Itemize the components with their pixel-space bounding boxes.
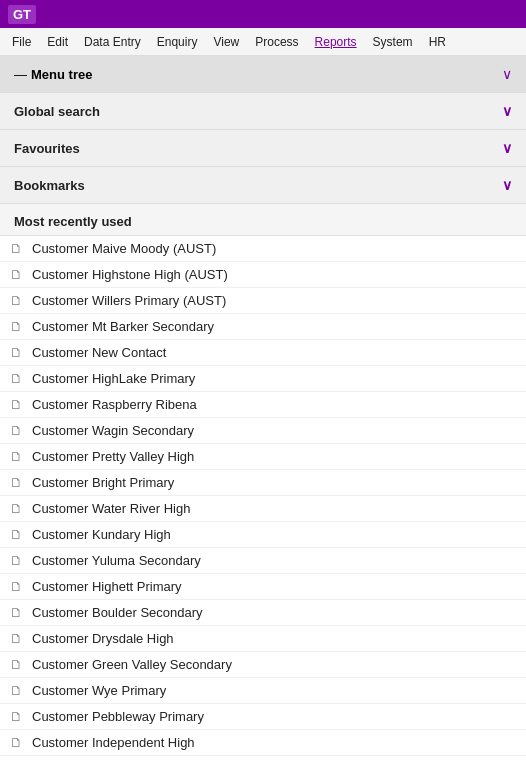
list-item-label: Customer Wye Primary	[32, 683, 166, 698]
most-recently-used-label: Most recently used	[14, 214, 132, 229]
menu-item-enquiry[interactable]: Enquiry	[151, 32, 204, 52]
document-icon: 🗋	[10, 345, 24, 360]
list-item-label: Customer New Contact	[32, 345, 166, 360]
menu-item-process[interactable]: Process	[249, 32, 304, 52]
list-item-label: Customer Pebbleway Primary	[32, 709, 204, 724]
list-item[interactable]: 🗋Customer Pebbleway Primary	[0, 704, 526, 730]
list-item[interactable]: 🗋Customer Maive Moody (AUST)	[0, 236, 526, 262]
document-icon: 🗋	[10, 423, 24, 438]
list-item[interactable]: 🗋Customer Pretty Valley High	[0, 444, 526, 470]
list-item-label: Customer Willers Primary (AUST)	[32, 293, 226, 308]
list-item-label: Customer Highett Primary	[32, 579, 182, 594]
menu-tree-chevron: ∨	[502, 66, 512, 82]
bookmarks-chevron: ∨	[502, 177, 512, 193]
menu-item-hr[interactable]: HR	[423, 32, 452, 52]
document-icon: 🗋	[10, 319, 24, 334]
collapse-icon: —	[14, 67, 27, 82]
list-item-label: Customer HighLake Primary	[32, 371, 195, 386]
list-item-label: Customer Mt Barker Secondary	[32, 319, 214, 334]
favourites-chevron: ∨	[502, 140, 512, 156]
document-icon: 🗋	[10, 449, 24, 464]
list-item[interactable]: 🗋Customer Drysdale High	[0, 626, 526, 652]
list-item-label: Customer Boulder Secondary	[32, 605, 203, 620]
document-icon: 🗋	[10, 475, 24, 490]
list-item-label: Customer Maive Moody (AUST)	[32, 241, 216, 256]
document-icon: 🗋	[10, 397, 24, 412]
document-icon: 🗋	[10, 709, 24, 724]
document-icon: 🗋	[10, 241, 24, 256]
document-icon: 🗋	[10, 605, 24, 620]
document-icon: 🗋	[10, 683, 24, 698]
app-logo: GT	[8, 5, 36, 24]
most-recently-used-header: Most recently used	[0, 204, 526, 236]
document-icon: 🗋	[10, 657, 24, 672]
menu-item-view[interactable]: View	[207, 32, 245, 52]
favourites-section[interactable]: Favourites ∨	[0, 130, 526, 167]
list-item[interactable]: 🗋Customer Water River High	[0, 496, 526, 522]
recent-items-list[interactable]: 🗋Customer Maive Moody (AUST)🗋Customer Hi…	[0, 236, 526, 776]
list-item[interactable]: 🗋Customer Mt Barker Secondary	[0, 314, 526, 340]
list-item-label: Customer Wagin Secondary	[32, 423, 194, 438]
list-item-label: Customer Bright Primary	[32, 475, 174, 490]
list-item[interactable]: 🗋Customer Yuluma Secondary	[0, 548, 526, 574]
menu-item-edit[interactable]: Edit	[41, 32, 74, 52]
bookmarks-section[interactable]: Bookmarks ∨	[0, 167, 526, 204]
document-icon: 🗋	[10, 631, 24, 646]
list-item[interactable]: 🗋Customer Boulder Secondary	[0, 600, 526, 626]
menu-tree-section[interactable]: — Menu tree ∨	[0, 56, 526, 93]
bookmarks-label: Bookmarks	[14, 178, 85, 193]
menu-item-file[interactable]: File	[6, 32, 37, 52]
list-item[interactable]: 🗋Customer Raspberry Ribena	[0, 392, 526, 418]
list-item[interactable]: 🗋Customer New Contact	[0, 340, 526, 366]
global-search-section[interactable]: Global search ∨	[0, 93, 526, 130]
list-item-label: Customer Green Valley Secondary	[32, 657, 232, 672]
global-search-chevron: ∨	[502, 103, 512, 119]
list-item[interactable]: 🗋Customer HighLake Primary	[0, 366, 526, 392]
document-icon: 🗋	[10, 267, 24, 282]
list-item[interactable]: 🗋Customer Independent High	[0, 730, 526, 756]
menu-bar: FileEditData EntryEnquiryViewProcessRepo…	[0, 28, 526, 56]
list-item[interactable]: 🗋Customer Kundary High	[0, 522, 526, 548]
list-item[interactable]: 🗋Customer Bright Primary	[0, 470, 526, 496]
document-icon: 🗋	[10, 371, 24, 386]
list-item-label: Customer Water River High	[32, 501, 190, 516]
sidebar: — Menu tree ∨ Global search ∨ Favourites…	[0, 56, 526, 776]
list-item[interactable]: 🗋Customer Willers Primary (AUST)	[0, 288, 526, 314]
list-item[interactable]: 🗋Customer Highett Primary	[0, 574, 526, 600]
menu-item-system[interactable]: System	[367, 32, 419, 52]
menu-item-data-entry[interactable]: Data Entry	[78, 32, 147, 52]
list-item-label: Customer Kundary High	[32, 527, 171, 542]
document-icon: 🗋	[10, 501, 24, 516]
list-item[interactable]: 🗋Customer Wagin Secondary	[0, 418, 526, 444]
document-icon: 🗋	[10, 735, 24, 750]
document-icon: 🗋	[10, 579, 24, 594]
menu-tree-label: Menu tree	[31, 67, 502, 82]
favourites-label: Favourites	[14, 141, 80, 156]
document-icon: 🗋	[10, 553, 24, 568]
list-item[interactable]: 🗋Customer Wye Primary	[0, 678, 526, 704]
document-icon: 🗋	[10, 527, 24, 542]
global-search-label: Global search	[14, 104, 100, 119]
list-item-label: Customer Pretty Valley High	[32, 449, 194, 464]
list-item-label: Customer Highstone High (AUST)	[32, 267, 228, 282]
list-item-label: Customer Drysdale High	[32, 631, 174, 646]
list-item[interactable]: 🗋Customer Highstone High (AUST)	[0, 262, 526, 288]
menu-item-reports[interactable]: Reports	[309, 32, 363, 52]
list-item[interactable]: 🗋Customer Green Valley Secondary	[0, 652, 526, 678]
list-item-label: Customer Independent High	[32, 735, 195, 750]
list-item-label: Customer Yuluma Secondary	[32, 553, 201, 568]
list-item-label: Customer Raspberry Ribena	[32, 397, 197, 412]
title-bar: GT	[0, 0, 526, 28]
document-icon: 🗋	[10, 293, 24, 308]
